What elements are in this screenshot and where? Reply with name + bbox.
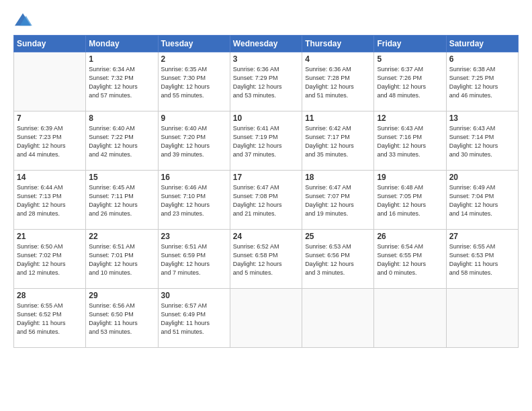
day-info: Sunrise: 6:54 AM Sunset: 6:55 PM Dayligh… [377,242,443,277]
day-number: 16 [161,173,227,182]
day-number: 11 [305,113,371,123]
day-cell: 16Sunrise: 6:46 AM Sunset: 7:10 PM Dayli… [158,171,230,230]
weekday-header-row: SundayMondayTuesdayWednesdayThursdayFrid… [14,36,519,52]
day-number: 14 [17,173,83,182]
day-info: Sunrise: 6:40 AM Sunset: 7:20 PM Dayligh… [161,124,227,159]
day-cell: 28Sunrise: 6:55 AM Sunset: 6:52 PM Dayli… [14,289,86,348]
day-number: 20 [449,173,515,182]
day-info: Sunrise: 6:44 AM Sunset: 7:13 PM Dayligh… [17,183,83,218]
day-number: 7 [17,113,83,123]
day-info: Sunrise: 6:42 AM Sunset: 7:17 PM Dayligh… [305,124,371,159]
day-cell: 26Sunrise: 6:54 AM Sunset: 6:55 PM Dayli… [374,230,446,289]
day-cell: 20Sunrise: 6:49 AM Sunset: 7:04 PM Dayli… [446,171,518,230]
day-info: Sunrise: 6:37 AM Sunset: 7:26 PM Dayligh… [377,65,443,100]
day-cell: 4Sunrise: 6:36 AM Sunset: 7:28 PM Daylig… [302,52,374,111]
day-cell: 17Sunrise: 6:47 AM Sunset: 7:08 PM Dayli… [230,171,302,230]
day-info: Sunrise: 6:46 AM Sunset: 7:10 PM Dayligh… [161,183,227,218]
day-info: Sunrise: 6:55 AM Sunset: 6:52 PM Dayligh… [17,302,83,336]
day-info: Sunrise: 6:55 AM Sunset: 6:53 PM Dayligh… [449,242,515,277]
day-number: 5 [377,54,443,64]
day-number: 9 [161,113,227,123]
week-row-2: 14Sunrise: 6:44 AM Sunset: 7:13 PM Dayli… [14,171,519,230]
day-number: 21 [17,232,83,241]
day-cell [302,289,374,348]
day-cell: 5Sunrise: 6:37 AM Sunset: 7:26 PM Daylig… [374,52,446,111]
day-cell: 9Sunrise: 6:40 AM Sunset: 7:20 PM Daylig… [158,111,230,171]
day-info: Sunrise: 6:43 AM Sunset: 7:14 PM Dayligh… [449,124,515,159]
day-info: Sunrise: 6:56 AM Sunset: 6:50 PM Dayligh… [89,302,154,336]
weekday-thursday: Thursday [302,36,374,52]
day-cell: 30Sunrise: 6:57 AM Sunset: 6:49 PM Dayli… [158,289,230,348]
day-info: Sunrise: 6:47 AM Sunset: 7:08 PM Dayligh… [233,183,299,218]
week-row-3: 21Sunrise: 6:50 AM Sunset: 7:02 PM Dayli… [14,230,519,289]
day-cell: 18Sunrise: 6:47 AM Sunset: 7:07 PM Dayli… [302,171,374,230]
day-number: 25 [305,232,371,241]
day-info: Sunrise: 6:38 AM Sunset: 7:25 PM Dayligh… [449,65,515,100]
day-number: 24 [233,232,299,241]
day-number: 17 [233,173,299,182]
day-cell [230,289,302,348]
day-number: 3 [233,54,299,64]
day-cell: 22Sunrise: 6:51 AM Sunset: 7:01 PM Dayli… [86,230,158,289]
day-cell: 27Sunrise: 6:55 AM Sunset: 6:53 PM Dayli… [446,230,518,289]
day-cell: 6Sunrise: 6:38 AM Sunset: 7:25 PM Daylig… [446,52,518,111]
week-row-0: 1Sunrise: 6:34 AM Sunset: 7:32 PM Daylig… [14,52,519,111]
day-cell: 10Sunrise: 6:41 AM Sunset: 7:19 PM Dayli… [230,111,302,171]
day-cell: 1Sunrise: 6:34 AM Sunset: 7:32 PM Daylig… [86,52,158,111]
week-row-1: 7Sunrise: 6:39 AM Sunset: 7:23 PM Daylig… [14,111,519,171]
day-cell: 13Sunrise: 6:43 AM Sunset: 7:14 PM Dayli… [446,111,518,171]
weekday-saturday: Saturday [446,36,518,52]
page: SundayMondayTuesdayWednesdayThursdayFrid… [0,0,532,411]
day-cell [374,289,446,348]
weekday-sunday: Sunday [14,36,86,52]
day-cell: 21Sunrise: 6:50 AM Sunset: 7:02 PM Dayli… [14,230,86,289]
day-number: 12 [377,113,443,123]
day-number: 28 [17,291,83,300]
day-number: 10 [233,113,299,123]
day-number: 8 [89,113,154,123]
day-info: Sunrise: 6:36 AM Sunset: 7:28 PM Dayligh… [305,65,371,100]
day-number: 13 [449,113,515,123]
day-info: Sunrise: 6:57 AM Sunset: 6:49 PM Dayligh… [161,302,227,336]
day-number: 27 [449,232,515,241]
logo [13,12,35,28]
day-cell: 11Sunrise: 6:42 AM Sunset: 7:17 PM Dayli… [302,111,374,171]
day-number: 2 [161,54,227,64]
day-info: Sunrise: 6:52 AM Sunset: 6:58 PM Dayligh… [233,242,299,277]
day-cell [14,52,86,111]
day-info: Sunrise: 6:39 AM Sunset: 7:23 PM Dayligh… [17,124,83,159]
day-number: 18 [305,173,371,182]
day-cell [446,289,518,348]
weekday-friday: Friday [374,36,446,52]
day-number: 29 [89,291,154,300]
day-cell: 14Sunrise: 6:44 AM Sunset: 7:13 PM Dayli… [14,171,86,230]
week-row-4: 28Sunrise: 6:55 AM Sunset: 6:52 PM Dayli… [14,289,519,348]
day-cell: 24Sunrise: 6:52 AM Sunset: 6:58 PM Dayli… [230,230,302,289]
day-number: 19 [377,173,443,182]
day-number: 22 [89,232,154,241]
day-info: Sunrise: 6:35 AM Sunset: 7:30 PM Dayligh… [161,65,227,100]
day-cell: 2Sunrise: 6:35 AM Sunset: 7:30 PM Daylig… [158,52,230,111]
day-cell: 19Sunrise: 6:48 AM Sunset: 7:05 PM Dayli… [374,171,446,230]
day-cell: 29Sunrise: 6:56 AM Sunset: 6:50 PM Dayli… [86,289,158,348]
day-cell: 12Sunrise: 6:43 AM Sunset: 7:16 PM Dayli… [374,111,446,171]
day-cell: 3Sunrise: 6:36 AM Sunset: 7:29 PM Daylig… [230,52,302,111]
day-number: 30 [161,291,227,300]
day-number: 6 [449,54,515,64]
day-cell: 7Sunrise: 6:39 AM Sunset: 7:23 PM Daylig… [14,111,86,171]
header [13,12,519,28]
day-number: 1 [89,54,154,64]
weekday-monday: Monday [86,36,158,52]
day-cell: 15Sunrise: 6:45 AM Sunset: 7:11 PM Dayli… [86,171,158,230]
day-info: Sunrise: 6:49 AM Sunset: 7:04 PM Dayligh… [449,183,515,218]
day-number: 4 [305,54,371,64]
weekday-wednesday: Wednesday [230,36,302,52]
day-info: Sunrise: 6:41 AM Sunset: 7:19 PM Dayligh… [233,124,299,159]
day-info: Sunrise: 6:43 AM Sunset: 7:16 PM Dayligh… [377,124,443,159]
day-number: 26 [377,232,443,241]
day-info: Sunrise: 6:53 AM Sunset: 6:56 PM Dayligh… [305,242,371,277]
day-info: Sunrise: 6:47 AM Sunset: 7:07 PM Dayligh… [305,183,371,218]
day-info: Sunrise: 6:36 AM Sunset: 7:29 PM Dayligh… [233,65,299,100]
day-cell: 8Sunrise: 6:40 AM Sunset: 7:22 PM Daylig… [86,111,158,171]
day-info: Sunrise: 6:48 AM Sunset: 7:05 PM Dayligh… [377,183,443,218]
